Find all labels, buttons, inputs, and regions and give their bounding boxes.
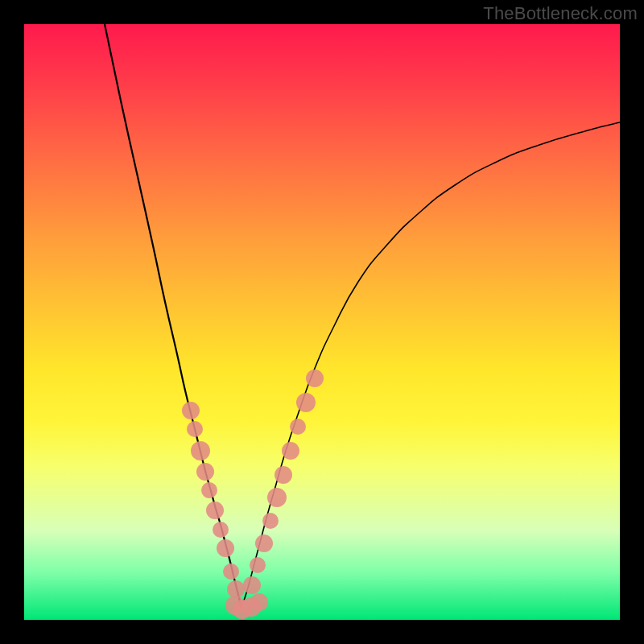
outer-frame: TheBottleneck.com — [0, 0, 644, 644]
bead-left — [206, 502, 224, 519]
bead-right — [306, 369, 324, 387]
bead-left — [201, 482, 217, 498]
bead-right — [267, 488, 287, 507]
bead-left — [213, 522, 229, 538]
bead-right — [250, 557, 266, 573]
bead-left — [196, 463, 214, 481]
bead-layer — [24, 24, 620, 620]
bead-right — [290, 419, 306, 435]
bead-right — [262, 513, 279, 529]
plot-area — [24, 24, 620, 620]
bead-right — [296, 393, 316, 412]
watermark-text: TheBottleneck.com — [483, 3, 638, 24]
bead-right — [255, 535, 273, 552]
bead-right — [282, 442, 299, 460]
bead-bottom — [250, 593, 268, 611]
bead-left — [182, 402, 200, 419]
bead-right — [243, 576, 261, 594]
bead-left — [223, 564, 239, 580]
bead-left — [191, 441, 210, 460]
bead-left — [187, 421, 203, 437]
bead-left — [217, 539, 234, 557]
bead-right — [275, 466, 292, 484]
